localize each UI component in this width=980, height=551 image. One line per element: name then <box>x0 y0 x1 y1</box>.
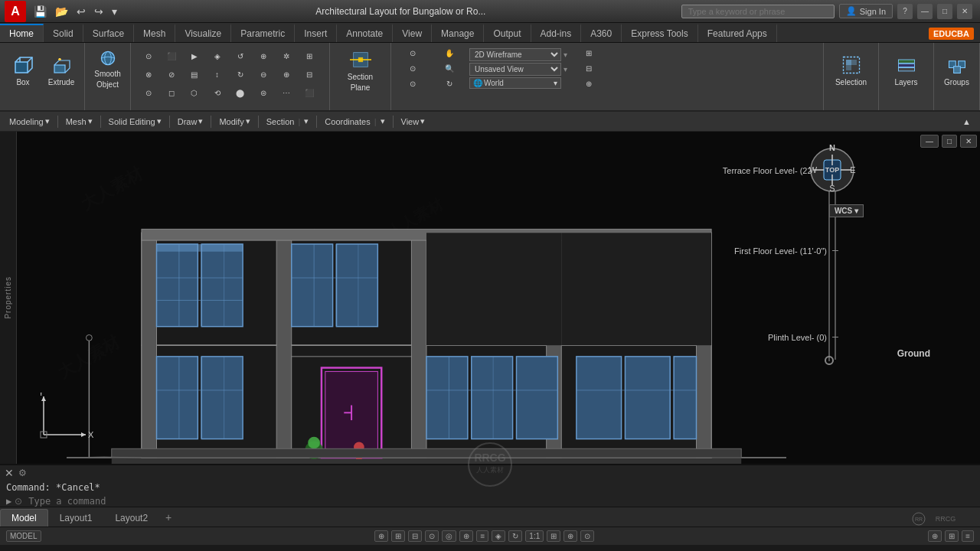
view-name-select[interactable]: Unsaved View Top Front <box>469 63 561 76</box>
dd-collapse[interactable]: ▲ <box>956 115 977 129</box>
tab-surface[interactable]: Surface <box>83 24 134 42</box>
minimize-button[interactable]: — <box>917 4 933 19</box>
tab-view[interactable]: View <box>393 24 432 42</box>
tab-output[interactable]: Output <box>484 24 531 42</box>
tab-annotate[interactable]: Annotate <box>337 24 393 42</box>
vp-misc-3[interactable]: ⊕ <box>580 77 598 90</box>
lineweight-btn[interactable]: ≡ <box>476 530 488 542</box>
zoom-btn[interactable]: 🔍 <box>433 61 466 75</box>
tool-btn-17[interactable]: ⊙ <box>139 84 158 101</box>
osnap-btn[interactable]: ◎ <box>442 530 456 542</box>
grid-btn[interactable]: ⊞ <box>391 530 405 542</box>
vp-misc-1[interactable]: ⊞ <box>580 46 598 60</box>
world-button[interactable]: 🌐 World ▾ <box>469 77 561 89</box>
transparency-btn[interactable]: ◈ <box>492 530 505 542</box>
tab-model[interactable]: Model <box>0 509 48 527</box>
tool-btn-15[interactable]: ⊕ <box>277 66 296 83</box>
selection-button[interactable]: Selection <box>828 46 874 95</box>
tool-btn-10[interactable]: ⊘ <box>162 66 181 83</box>
educba-logo[interactable]: EDUCBA <box>923 25 980 42</box>
tool-btn-19[interactable]: ⬡ <box>185 84 204 101</box>
smooth-object-button[interactable]: SmoothObject <box>91 49 125 89</box>
tab-mesh[interactable]: Mesh <box>134 24 175 42</box>
snap-btn[interactable]: ⊕ <box>374 530 388 542</box>
tab-home[interactable]: Home <box>0 24 44 42</box>
tab-addins[interactable]: Add-ins <box>531 24 582 42</box>
dd-section[interactable]: Section | ▾ <box>260 114 315 129</box>
tool-btn-7[interactable]: ✲ <box>277 47 296 64</box>
quick-access-open[interactable]: 📂 <box>52 4 71 19</box>
full-screen[interactable]: ⊞ <box>945 530 959 542</box>
tab-featuredapps[interactable]: Featured Apps <box>698 24 777 42</box>
tool-btn-16[interactable]: ⊟ <box>300 66 318 83</box>
dd-modify[interactable]: Modify ▾ <box>213 114 256 129</box>
tool-btn-3[interactable]: ▶ <box>185 47 204 64</box>
tool-btn-14[interactable]: ⊖ <box>254 66 273 83</box>
dd-view[interactable]: View ▾ <box>395 114 432 129</box>
wireframe-select[interactable]: 2D Wireframe 3D Wireframe Shaded <box>469 48 561 61</box>
help-button[interactable]: ? <box>897 4 913 19</box>
extrude-button[interactable]: Extrude <box>43 46 80 95</box>
layers-button[interactable]: Layers <box>884 46 929 95</box>
quick-access-redo[interactable]: ↪ <box>91 4 106 19</box>
dd-draw[interactable]: Draw ▾ <box>172 114 210 129</box>
tool-btn-22[interactable]: ⊜ <box>254 84 273 101</box>
dd-modeling[interactable]: Modeling ▾ <box>3 114 56 129</box>
tab-a360[interactable]: A360 <box>581 24 622 42</box>
tab-visualize[interactable]: Visualize <box>175 24 231 42</box>
tool-btn-13[interactable]: ↻ <box>231 66 250 83</box>
viewport-minimize[interactable]: — <box>920 135 939 148</box>
tool-btn-23[interactable]: ⋯ <box>277 84 296 101</box>
tab-expresstools[interactable]: Express Tools <box>622 24 697 42</box>
maximize-button[interactable]: □ <box>937 4 952 19</box>
quick-access-save[interactable]: 💾 <box>31 4 50 19</box>
tool-btn-4[interactable]: ◈ <box>208 47 227 64</box>
vp-misc-2[interactable]: ⊟ <box>580 61 598 75</box>
otrack-btn[interactable]: ⊕ <box>459 530 473 542</box>
search-input[interactable] <box>681 5 835 18</box>
polar-btn[interactable]: ⊙ <box>425 530 439 542</box>
workspace-btn[interactable]: ⊞ <box>547 530 560 542</box>
dd-solidediting[interactable]: Solid Editing ▾ <box>103 114 168 129</box>
tab-solid[interactable]: Solid <box>44 24 83 42</box>
tool-btn-24[interactable]: ⬛ <box>300 84 318 101</box>
tool-btn-20[interactable]: ⟲ <box>208 84 227 101</box>
tool-btn-12[interactable]: ↕ <box>208 66 227 83</box>
ortho-btn[interactable]: ⊟ <box>408 530 422 542</box>
viewport-controls-row2[interactable]: ⊙ <box>396 61 430 75</box>
section-plane-button[interactable]: Section Plane <box>333 46 388 95</box>
annot-scale-btn[interactable]: 1:1 <box>525 530 544 542</box>
tool-btn-2[interactable]: ⬛ <box>162 47 181 64</box>
tab-insert[interactable]: Insert <box>295 24 337 42</box>
sign-in-button[interactable]: 👤 Sign In <box>839 4 893 18</box>
tab-parametric[interactable]: Parametric <box>231 24 295 42</box>
box-button[interactable]: Box <box>5 46 41 95</box>
quick-access-undo[interactable]: ↩ <box>74 4 89 19</box>
zoom-scale[interactable]: ⊕ <box>928 530 942 542</box>
tab-add-button[interactable]: + <box>159 508 178 527</box>
customization[interactable]: ≡ <box>962 530 974 542</box>
tab-layout2[interactable]: Layout2 <box>103 509 159 527</box>
groups-button[interactable]: Groups <box>937 46 977 95</box>
isolate-btn[interactable]: ⊕ <box>564 530 577 542</box>
tool-btn-8[interactable]: ⊞ <box>300 47 318 64</box>
tool-btn-5[interactable]: ↺ <box>231 47 250 64</box>
viewport-controls-row1[interactable]: ⊙ <box>396 46 430 60</box>
viewport[interactable]: 大人素材 RRCG 人人素材 大人素材 RRCG 人人素材 <box>17 132 980 464</box>
status-misc-1[interactable]: ⊙ <box>580 530 594 542</box>
cmd-close-btn[interactable]: ✕ <box>5 467 14 479</box>
pan-btn[interactable]: ✋ <box>433 46 466 60</box>
tab-layout1[interactable]: Layout1 <box>48 509 104 527</box>
cmd-input[interactable] <box>28 496 974 507</box>
tool-btn-18[interactable]: ◻ <box>162 84 181 101</box>
tool-btn-21[interactable]: ⬤ <box>231 84 250 101</box>
wcs-badge[interactable]: WCS ▾ <box>829 204 864 217</box>
tool-btn-6[interactable]: ⊕ <box>254 47 273 64</box>
viewport-controls-row3[interactable]: ⊙ <box>396 77 430 90</box>
model-status-btn[interactable]: MODEL <box>6 530 41 542</box>
tool-btn-1[interactable]: ⊙ <box>139 47 158 64</box>
close-button[interactable]: ✕ <box>957 4 972 19</box>
dd-coordinates[interactable]: Coordinates | ▾ <box>318 114 390 129</box>
orbit-btn[interactable]: ↻ <box>433 77 466 90</box>
dd-mesh[interactable]: Mesh ▾ <box>60 114 99 129</box>
